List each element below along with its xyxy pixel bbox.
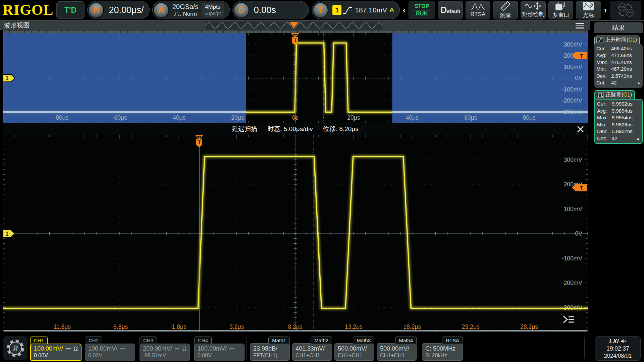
channel-cell-ch4[interactable]: CH4 100.00mV/ 0.00V bbox=[194, 337, 245, 361]
channel-cell-ch2[interactable]: CH2 100.00mV/ 0.00V bbox=[85, 337, 135, 361]
x-axis-label: 20μs bbox=[347, 114, 360, 121]
measurement-row: Dev:5.8902ns bbox=[597, 128, 640, 135]
measurement-panel[interactable]: 正脉宽(C1) Cur:9.9902usAvg:9.9894usMax:9.99… bbox=[594, 90, 643, 144]
svg-text:B: B bbox=[591, 2, 593, 5]
outside-zoom-window-overlay bbox=[392, 33, 588, 123]
delayed-sweep-bar: 延迟扫描 时基: 5.00μs/div 位移: 8.20μs bbox=[3, 123, 588, 135]
cursor-ab-icon: A B bbox=[583, 1, 594, 11]
trigger-key-icon: T bbox=[313, 2, 328, 18]
x-axis-label: -1.8μs bbox=[170, 323, 186, 330]
cursor-button[interactable]: A B 光标 bbox=[576, 1, 601, 19]
delayed-sweep-plot[interactable]: -11.8μs-6.8μs-1.8μs3.2μs8.2μs13.2μs18.2μ… bbox=[3, 135, 588, 332]
channel-tab-label: Math1 bbox=[268, 337, 290, 344]
delay-key-icon: D bbox=[233, 2, 249, 18]
x-axis-label: -6.8μs bbox=[111, 323, 128, 330]
channel-cell-rtsa[interactable]: RTSA C: 500MHz S: 20kHz bbox=[422, 337, 463, 361]
flyout-menu-icon[interactable] bbox=[562, 315, 575, 324]
timebase-value: 20.00μs/ bbox=[109, 5, 144, 15]
outside-zoom-window-overlay bbox=[3, 33, 246, 123]
gear-logo-icon: R bbox=[5, 338, 26, 359]
measurement-tab[interactable]: 正脉宽(C1) bbox=[594, 90, 635, 99]
y-axis-label: 300mV bbox=[564, 41, 583, 48]
channel-tab-label: Math3 bbox=[353, 337, 374, 344]
x-axis-label: -20μs bbox=[229, 114, 244, 121]
stop-run-button[interactable]: STOP RUN bbox=[409, 1, 435, 19]
delay-button[interactable]: D 0.00s bbox=[232, 1, 309, 19]
spectrum-peaks-icon bbox=[470, 3, 486, 10]
collapse-arrow-icon[interactable]: ▲ bbox=[637, 79, 641, 86]
rigol-gear-button[interactable]: R bbox=[3, 336, 28, 360]
channel1-marker-icon bbox=[3, 230, 15, 237]
channel-cell-math1[interactable]: Math1 23.98dB/ FFT(CH1) bbox=[250, 337, 290, 361]
measurement-row: Cur:469.40ns bbox=[596, 45, 641, 52]
multi-window-button[interactable]: 多窗口 bbox=[548, 1, 573, 19]
y-axis-label: -300mV bbox=[562, 109, 583, 115]
x-axis-label: -11.8μs bbox=[52, 323, 71, 330]
rect-draw-button[interactable]: 矩形绘制 bbox=[521, 1, 545, 19]
x-axis-label: -60μs bbox=[112, 114, 127, 121]
memory-depth-box: 4Mpts 50ps/pt bbox=[202, 3, 224, 17]
channel-cell-ch3[interactable]: CH3 200.00mV/Ω -95.51mV bbox=[140, 337, 190, 361]
measure-button[interactable]: 测量 bbox=[493, 1, 518, 19]
measurement-row: Cur:9.9902us bbox=[597, 101, 640, 108]
divider bbox=[246, 337, 247, 359]
default-button[interactable]: Default bbox=[438, 1, 463, 19]
svg-text:A: A bbox=[585, 2, 587, 5]
measurement-body: Cur:9.9902usAvg:9.9894usMax:9.9954usMin:… bbox=[594, 99, 643, 144]
rigol-logo: RIGOL bbox=[3, 3, 54, 17]
x-axis-label: 60μs bbox=[464, 114, 477, 121]
top-bar: RIGOL T'D H 20.00μs/ A 20GSa/s Norm 4Mpt… bbox=[0, 0, 644, 21]
channel-values: 500.00mV/ CH1+CH1 bbox=[377, 343, 417, 361]
default-rest: efault bbox=[447, 8, 460, 14]
channel-tab-label: RTSA bbox=[442, 337, 463, 344]
y-axis-label: -200mV bbox=[562, 280, 583, 286]
channel-values: 100.00mV/ 0.00V bbox=[194, 344, 245, 361]
run-label: RUN bbox=[416, 10, 428, 17]
measurement-row: Avg:9.9894us bbox=[597, 108, 640, 115]
trigger-coupling: A bbox=[389, 6, 394, 14]
dc-coupling-icon bbox=[65, 347, 71, 351]
trigger-button[interactable]: T 1 187.10mV A bbox=[312, 1, 399, 19]
clock-date: 2024/08/01 bbox=[604, 352, 632, 359]
close-icon[interactable] bbox=[576, 125, 585, 134]
bottom-bar: R LXI 19:02:37 2024/08/01 CH1 100.00mV/Ω… bbox=[0, 335, 644, 362]
channel-values: C: 500MHz S: 20kHz bbox=[422, 343, 463, 361]
acquisition-button[interactable]: A 20GSa/s Norm 4Mpts 50ps/pt bbox=[152, 1, 230, 19]
main-waveform-plot[interactable]: -80μs-60μs-40μs-20μs0s20μs40μs60μs80μs30… bbox=[3, 33, 588, 123]
delayed-sweep-timebase: 时基: 5.00μs/div bbox=[267, 125, 313, 133]
waveform-swap-button[interactable] bbox=[610, 1, 641, 19]
channel-cell-math4[interactable]: Math4 500.00mV/ CH1+CH1 bbox=[377, 337, 417, 361]
sample-rate: 20GSa/s bbox=[172, 3, 199, 11]
waveform-view-title: 波形视图 bbox=[4, 21, 30, 30]
stop-label: STOP bbox=[413, 3, 430, 10]
results-panels: 上升时间(C1) Cur:469.40nsAvg:471.68nsMax:476… bbox=[594, 36, 643, 144]
rtsa-button[interactable]: RTSA bbox=[466, 1, 490, 19]
x-axis-label: 8.2μs bbox=[288, 323, 302, 330]
sine-preview-icon bbox=[205, 21, 382, 29]
channel-tab-label: Math4 bbox=[395, 337, 417, 344]
waveform-area: 波形视图 -80μs-60μs-40μs-20μs0s20μs40μs60μs8… bbox=[0, 21, 590, 335]
measurement-panel[interactable]: 上升时间(C1) Cur:469.40nsAvg:471.68nsMax:476… bbox=[594, 36, 643, 88]
trigger-status-button[interactable]: T'D bbox=[56, 1, 85, 19]
sample-resolution: 50ps/pt bbox=[205, 10, 221, 16]
horizontal-timebase-button[interactable]: H 20.00μs/ bbox=[87, 1, 149, 19]
channel-cell-ch1[interactable]: CH1 100.00mV/Ω 0.00V bbox=[30, 337, 82, 361]
chevron-right-icon[interactable]: › bbox=[604, 5, 607, 15]
measurement-tab[interactable]: 上升时间(C1) bbox=[594, 36, 640, 44]
clock-time: 19:02:37 bbox=[606, 345, 629, 353]
y-axis-label: -100mV bbox=[562, 255, 583, 262]
svg-text:T: T bbox=[580, 53, 583, 59]
chevron-left-icon[interactable]: ‹ bbox=[402, 5, 406, 15]
horizontal-position-strip[interactable] bbox=[205, 21, 382, 29]
channel-cell-math3[interactable]: Math3 500.00mV/ CH1+CH1 bbox=[334, 337, 374, 361]
timebase-ruler bbox=[3, 30, 588, 33]
svg-text:1: 1 bbox=[6, 231, 9, 237]
channel-cell-math2[interactable]: Math2 401.33mV/ CH1+CH1 bbox=[292, 337, 332, 361]
delayed-sweep-offset: 位移: 8.20μs bbox=[323, 125, 359, 133]
collapse-arrow-icon[interactable]: ▲ bbox=[636, 135, 640, 142]
pulse-width-icon bbox=[597, 92, 604, 98]
menu-icon[interactable] bbox=[576, 23, 584, 28]
clock-block[interactable]: LXI 19:02:37 2024/08/01 bbox=[595, 336, 641, 361]
dc-coupling-icon bbox=[229, 347, 235, 351]
channel-tab-label: CH3 bbox=[140, 337, 157, 344]
